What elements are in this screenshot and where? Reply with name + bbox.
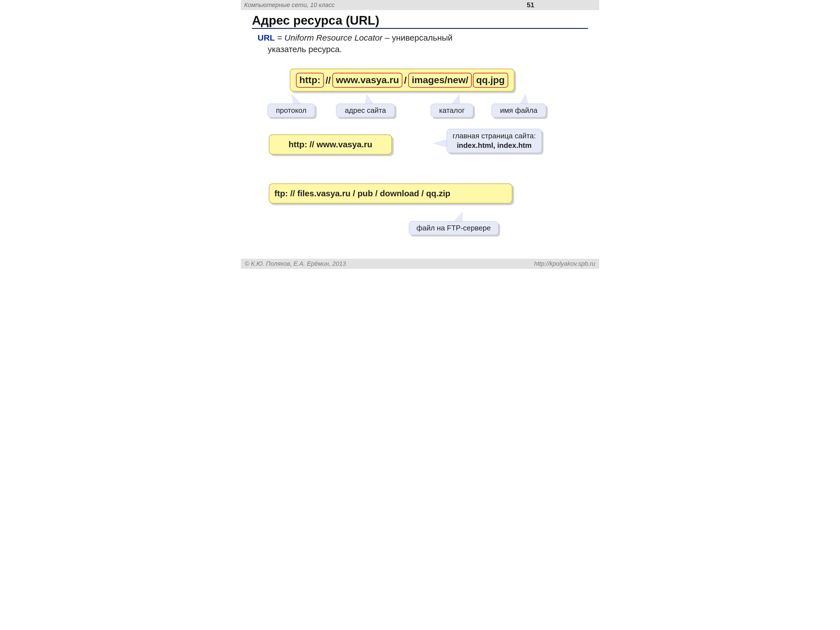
- callout-protocol: протокол: [267, 104, 315, 117]
- def-ru1: универсальный: [392, 33, 453, 42]
- index-line1: главная страница сайта:: [452, 131, 537, 141]
- def-eq: =: [275, 33, 284, 42]
- url-part-file: qq.jpg: [473, 73, 508, 88]
- url-example-2: http: // www.vasya.ru: [269, 134, 392, 155]
- url-example-3: ftp: // files.vasya.ru / pub / download …: [269, 183, 512, 204]
- footer-link: http://kpolyakov.spb.ru: [534, 260, 595, 267]
- title-underline: [252, 28, 588, 29]
- def-ru2: указатель ресурса.: [257, 44, 342, 54]
- callout-file: имя файла: [491, 104, 546, 117]
- url-part-protocol: http:: [296, 73, 324, 88]
- tail-ftp: [454, 212, 466, 221]
- callout-site: адрес сайта: [336, 104, 395, 117]
- definition-text: URL = Uniform Resource Locator – универс…: [257, 32, 453, 55]
- callout-ftp: файл на FTP-сервере: [409, 221, 498, 235]
- slide-title: Адрес ресурса (URL): [252, 13, 379, 27]
- index-line2: index.html, index.htm: [452, 141, 537, 150]
- url-part-host: www.vasya.ru: [332, 73, 403, 88]
- def-dash: –: [382, 33, 392, 42]
- footer-bar: © К.Ю. Поляков, Е.А. Ерёмин, 2013 http:/…: [241, 259, 599, 269]
- tail-protocol: [288, 94, 301, 104]
- url-sep-2: /: [403, 75, 408, 86]
- url-example-box: http: // www.vasya.ru / images/new/ qq.j…: [290, 69, 514, 92]
- tail-file: [520, 94, 529, 104]
- url-part-path: images/new/: [408, 73, 472, 88]
- tail-index: [433, 139, 447, 147]
- top-bar: Компьютерные сети, 10 класс 51: [241, 0, 599, 10]
- tail-site: [363, 94, 373, 104]
- url-abbrev: URL: [257, 33, 275, 42]
- url-sep-1: //: [325, 75, 332, 86]
- course-label: Компьютерные сети, 10 класс: [244, 2, 335, 9]
- callout-index: главная страница сайта: index.html, inde…: [447, 129, 542, 153]
- tail-folder: [452, 94, 463, 104]
- callout-folder: каталог: [431, 104, 473, 117]
- page-number: 51: [527, 1, 596, 9]
- slide: Компьютерные сети, 10 класс 51 Адрес рес…: [241, 0, 599, 269]
- footer-copyright: © К.Ю. Поляков, Е.А. Ерёмин, 2013: [245, 260, 346, 267]
- def-english: Uniform Resource Locator: [284, 33, 382, 42]
